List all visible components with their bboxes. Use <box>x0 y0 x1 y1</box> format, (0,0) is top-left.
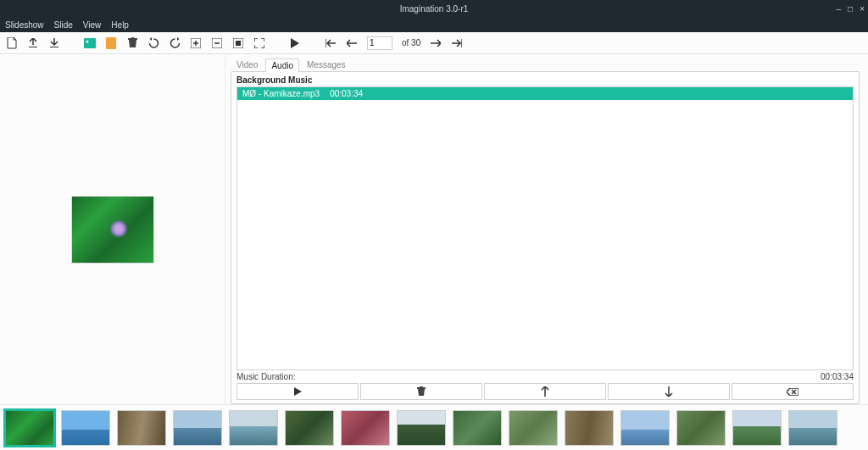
music-play-button[interactable] <box>236 383 359 400</box>
zoom-fit-icon[interactable] <box>232 37 244 49</box>
music-clear-button[interactable] <box>732 383 854 400</box>
right-pane: Video Audio Messages Background Music MØ… <box>225 54 868 404</box>
preview-pane <box>0 54 225 404</box>
play-icon[interactable] <box>289 37 301 49</box>
side-tabs: Video Audio Messages <box>231 58 860 71</box>
thumbnail[interactable] <box>453 410 502 446</box>
menu-slideshow[interactable]: Slideshow <box>5 20 44 30</box>
thumbnail[interactable] <box>341 410 390 446</box>
thumbnail[interactable] <box>620 410 670 446</box>
thumbnail[interactable] <box>285 410 334 446</box>
minimize-button[interactable]: – <box>837 4 842 14</box>
tab-video[interactable]: Video <box>231 58 264 71</box>
go-first-icon[interactable] <box>325 37 337 49</box>
thumbnail[interactable] <box>61 410 110 446</box>
window-controls: – □ × <box>837 0 865 17</box>
import-pictures-icon[interactable] <box>84 37 96 49</box>
slide-preview-image <box>71 196 154 264</box>
close-button[interactable]: × <box>860 4 865 14</box>
music-move-down-button[interactable] <box>608 383 730 400</box>
music-duration-value: 00:03:34 <box>821 372 854 381</box>
new-slideshow-icon[interactable] <box>6 37 18 49</box>
slide-number-input[interactable] <box>367 36 392 50</box>
menu-slide[interactable]: Slide <box>54 20 73 30</box>
thumbnail[interactable] <box>173 410 222 446</box>
zoom-in-icon[interactable] <box>190 37 202 49</box>
open-icon[interactable] <box>27 37 39 49</box>
title-bar: Imagination 3.0-r1 – □ × <box>0 0 868 17</box>
import-music-icon[interactable] <box>105 37 117 49</box>
track-name: MØ - Kamikaze.mp3 <box>242 89 320 98</box>
track-length: 00:03:34 <box>330 89 363 98</box>
music-delete-button[interactable] <box>360 383 482 400</box>
thumbnail[interactable] <box>229 410 278 446</box>
main-area: Video Audio Messages Background Music MØ… <box>0 54 868 404</box>
thumbnail[interactable] <box>397 410 446 446</box>
music-list-item[interactable]: MØ - Kamikaze.mp3 00:03:34 <box>237 87 853 100</box>
menu-view[interactable]: View <box>83 20 102 30</box>
thumbnail-strip[interactable] <box>0 404 868 450</box>
thumbnail[interactable] <box>565 410 614 446</box>
thumbnail[interactable] <box>509 410 558 446</box>
svg-rect-6 <box>236 41 241 46</box>
toolbar: of 30 <box>0 32 868 54</box>
audio-panel: Background Music MØ - Kamikaze.mp3 00:03… <box>231 71 860 404</box>
tab-messages[interactable]: Messages <box>301 58 352 71</box>
rotate-left-icon[interactable] <box>147 37 159 49</box>
window-title: Imagination 3.0-r1 <box>400 4 469 14</box>
svg-point-1 <box>86 40 89 42</box>
tab-audio[interactable]: Audio <box>265 58 299 72</box>
menu-bar: Slideshow Slide View Help <box>0 17 868 32</box>
thumbnail[interactable] <box>732 410 782 446</box>
delete-icon[interactable] <box>126 37 138 49</box>
zoom-out-icon[interactable] <box>211 37 223 49</box>
maximize-button[interactable]: □ <box>848 4 853 14</box>
music-button-row <box>236 383 854 400</box>
thumbnail[interactable] <box>117 410 166 446</box>
go-prev-icon[interactable] <box>346 37 358 49</box>
thumbnail[interactable] <box>5 410 54 446</box>
background-music-label: Background Music <box>236 75 854 85</box>
fullscreen-icon[interactable] <box>253 37 265 49</box>
music-move-up-button[interactable] <box>484 383 606 400</box>
thumbnail[interactable] <box>788 410 837 446</box>
music-duration-label: Music Duration: <box>236 372 295 381</box>
music-list[interactable]: MØ - Kamikaze.mp3 00:03:34 <box>236 86 854 370</box>
rotate-right-icon[interactable] <box>169 37 181 49</box>
slide-total-label: of 30 <box>402 38 420 47</box>
go-last-icon[interactable] <box>451 37 463 49</box>
go-next-icon[interactable] <box>430 37 442 49</box>
save-icon[interactable] <box>48 37 60 49</box>
menu-help[interactable]: Help <box>111 20 129 30</box>
duration-row: Music Duration: 00:03:34 <box>236 370 854 383</box>
thumbnail[interactable] <box>676 410 726 446</box>
